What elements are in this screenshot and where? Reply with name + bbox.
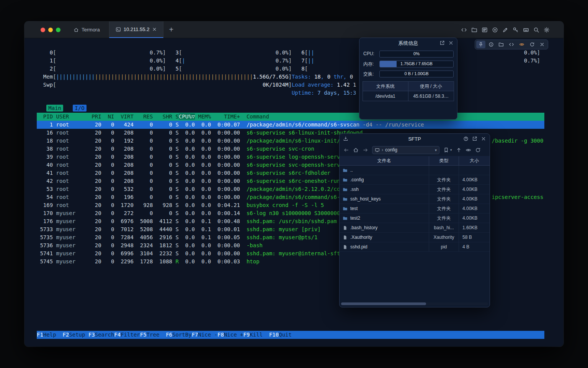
swap-usage-row: 交换: 0 B / 1.00GB xyxy=(363,71,454,77)
file-name: test xyxy=(350,206,358,211)
minimize-window-button[interactable] xyxy=(48,28,53,32)
file-row[interactable]: .config文件夹4.00KB xyxy=(340,175,490,185)
fkey-F5[interactable]: F5Tree xyxy=(140,332,166,338)
tab-termora[interactable]: Termora xyxy=(67,21,106,38)
file-type: 文件夹 xyxy=(429,175,459,184)
swap-label: 交换: xyxy=(363,71,374,77)
tab-host-10-211-55-2[interactable]: 10.211.55.2 xyxy=(109,21,164,38)
col-filename[interactable]: 文件名 xyxy=(340,156,429,165)
help-icon[interactable] xyxy=(463,136,469,141)
transfers-icon[interactable] xyxy=(343,136,348,141)
file-row[interactable]: test2文件夹4.00KB xyxy=(340,214,490,223)
file-type: bash_hi... xyxy=(429,223,459,232)
eye-icon[interactable] xyxy=(517,41,526,48)
cpu-meter-line: 1[ 0.0%] 4[| 0.7%] 7[|| ] 0.7%] xyxy=(37,57,544,65)
file-row[interactable]: .XauthorityXauthority58 B xyxy=(340,233,490,242)
file-row[interactable]: .. xyxy=(340,166,490,175)
sysinfo-panel: 系统信息 CPU: 0% 内存: 1.75GB / 7.65GB 交换: xyxy=(359,38,457,120)
cpu-value: 0% xyxy=(380,51,453,56)
edit-icon[interactable] xyxy=(502,27,508,33)
htop-screen-tabs[interactable]: Main I/O xyxy=(37,104,544,112)
col-size[interactable]: 大小 xyxy=(459,156,490,165)
file-row[interactable]: .ssh文件夹4.00KB xyxy=(340,185,490,194)
file-type: 文件夹 xyxy=(429,185,459,194)
file-row[interactable]: .bash_historybash_hi...1.60KB xyxy=(340,223,490,233)
refresh-icon[interactable] xyxy=(528,41,537,48)
close-window-button[interactable] xyxy=(41,28,45,32)
sftp-navbar: › config ▾ ▾ xyxy=(340,145,490,155)
info-icon[interactable] xyxy=(487,41,496,48)
bookmark-icon[interactable] xyxy=(443,147,449,153)
file-size: 4.00KB xyxy=(459,185,490,194)
process-table-header[interactable]: PID USER PRI NI VIRT RES SHR SCPU%▽ MEM%… xyxy=(37,113,544,121)
cpu-usage-row: CPU: 0% xyxy=(363,51,454,58)
fkey-F9[interactable]: F9Kill xyxy=(243,332,269,338)
home-dir-icon[interactable] xyxy=(353,147,359,153)
fs-usage: 45.61GB / 58.3… xyxy=(408,91,454,101)
code-icon[interactable] xyxy=(461,27,467,33)
file-name: .Xauthority xyxy=(350,235,372,240)
close-panel-icon[interactable] xyxy=(448,40,454,46)
open-in-window-icon[interactable] xyxy=(472,136,477,141)
cpu-meter-line: 2[ 0.0%] 5[ 0.0%] 8[ ] xyxy=(37,65,544,73)
file-size: 4 B xyxy=(459,242,490,251)
key-icon[interactable] xyxy=(513,27,519,33)
bookmark-caret-icon[interactable]: ▾ xyxy=(450,148,452,152)
refresh-icon[interactable] xyxy=(475,147,481,153)
record-icon[interactable] xyxy=(492,27,498,33)
file-row[interactable]: sshd.pidpid4 B xyxy=(340,242,490,252)
close-panel-icon[interactable] xyxy=(481,136,486,141)
close-icon[interactable] xyxy=(537,41,547,48)
tab-label: Termora xyxy=(82,27,100,33)
file-name: ssh_host_keys xyxy=(350,196,381,202)
file-type: Xauthority xyxy=(429,233,459,242)
file-name: .bash_history xyxy=(350,225,377,230)
sftp-title-text: SFTP xyxy=(408,136,421,142)
folder-icon[interactable] xyxy=(471,27,477,33)
fs-device: /dev/vda1 xyxy=(363,91,408,101)
show-hidden-icon[interactable] xyxy=(466,147,471,153)
fkey-F1[interactable]: F1Help xyxy=(37,332,62,338)
file-table: 文件名 类型 大小 ...config文件夹4.00KB.ssh文件夹4.00K… xyxy=(340,156,490,252)
col-type[interactable]: 类型 xyxy=(429,156,459,165)
titlebar-toolbar xyxy=(461,21,564,38)
pin-icon[interactable] xyxy=(476,41,485,48)
file-name: sshd.pid xyxy=(350,244,368,250)
back-icon[interactable] xyxy=(343,147,349,153)
zoom-window-button[interactable] xyxy=(56,28,60,32)
search-icon[interactable] xyxy=(533,27,539,33)
settings-icon[interactable] xyxy=(544,27,550,33)
file-icon xyxy=(343,245,348,250)
fkey-F4[interactable]: F4Filter xyxy=(114,332,140,338)
fkey-F8[interactable]: F8Nice + xyxy=(217,332,243,338)
code-icon[interactable] xyxy=(507,41,516,48)
file-row[interactable]: test文件夹4.00KB xyxy=(340,204,490,214)
sftp-panel: SFTP › config ▾ ▾ 文件名 xyxy=(339,133,490,307)
current-directory: config xyxy=(385,147,397,153)
new-tab-button[interactable]: + xyxy=(163,21,179,38)
file-name: .ssh xyxy=(350,187,359,192)
filesystem-row[interactable]: /dev/vda1 45.61GB / 58.3… xyxy=(363,91,454,101)
process-row[interactable]: 1 root 20 0 424 0 0 S 0.0 0.0 0:00.07 /p… xyxy=(37,121,544,129)
tab-label: 10.211.55.2 xyxy=(124,26,150,32)
file-size: 58 B xyxy=(459,233,490,242)
path-breadcrumb[interactable]: › config ▾ xyxy=(372,146,439,154)
fkey-F10[interactable]: F10Quit xyxy=(269,332,298,338)
folder-icon xyxy=(343,197,348,202)
parent-directory-icon[interactable] xyxy=(456,147,462,153)
chevron-down-icon[interactable]: ▾ xyxy=(435,148,437,152)
file-icon xyxy=(343,235,348,240)
list-icon[interactable] xyxy=(482,27,488,33)
fkey-F6[interactable]: F6SortBy xyxy=(166,332,191,338)
swap-value: 0 B / 1.00GB xyxy=(380,71,453,76)
fkey-F7[interactable]: F7Nice - xyxy=(192,332,217,338)
forward-icon[interactable] xyxy=(363,147,368,153)
folder-icon[interactable] xyxy=(497,41,506,48)
file-row[interactable]: ssh_host_keys文件夹4.00KB xyxy=(340,194,490,204)
scrollbar-thumb[interactable] xyxy=(341,302,426,305)
fkey-F2[interactable]: F2Setup xyxy=(62,332,88,338)
fkey-F3[interactable]: F3Search xyxy=(88,332,114,338)
close-tab-icon[interactable] xyxy=(152,27,157,32)
open-in-window-icon[interactable] xyxy=(439,40,445,46)
keyboard-icon[interactable] xyxy=(523,27,529,33)
